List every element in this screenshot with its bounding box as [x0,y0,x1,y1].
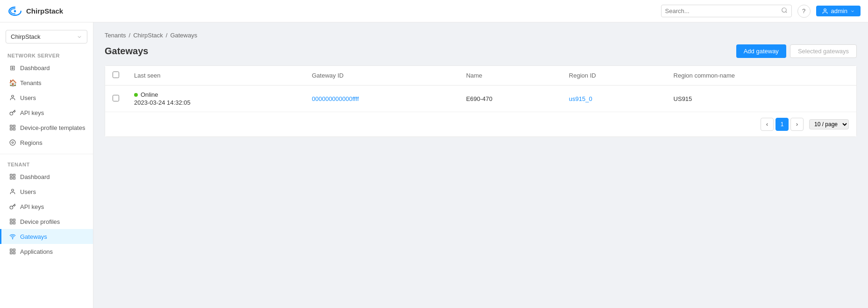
pagination: ‹ 1 › 10 / page [105,112,856,136]
svg-rect-8 [10,128,12,130]
status-cell: Online [134,91,297,98]
sidebar-item-ns-dashboard[interactable]: ⊞ Dashboard [0,60,93,75]
gateways-table: Last seen Gateway ID Name Region ID Regi… [105,66,856,112]
row-region-common-name: US915 [666,86,856,112]
navbar: ChirpStack ? admin [0,0,868,22]
svg-point-10 [12,142,14,143]
sidebar-item-label: Applications [20,248,53,255]
users-icon [9,188,16,195]
svg-point-16 [10,206,13,209]
chevron-down-icon [77,34,82,40]
help-button[interactable]: ? [797,5,811,18]
sidebar: ChirpStack Network Server ⊞ Dashboard 🏠 … [0,22,93,308]
sidebar-item-label: Dashboard [20,173,50,180]
search-input[interactable] [665,7,781,14]
svg-point-3 [12,95,14,98]
svg-point-15 [12,189,14,192]
row-region-id: us915_0 [562,86,666,112]
svg-point-4 [10,112,13,115]
svg-rect-24 [13,252,15,254]
sidebar-item-t-gateways[interactable]: Gateways [0,229,93,244]
page-size-select[interactable]: 10 / page [809,119,849,129]
sidebar-item-t-api-keys[interactable]: API keys [0,199,93,214]
table-row: Online 2023-03-24 14:32:05 000000000000f… [105,86,856,112]
navbar-right: ? admin [661,5,861,18]
svg-rect-20 [10,222,12,224]
sidebar-item-label: Device profiles [20,218,60,225]
api-keys-icon [9,109,16,116]
selected-gateways-button[interactable]: Selected gateways [790,44,857,58]
logo-text: ChirpStack [26,7,63,15]
table-header: Last seen Gateway ID Name Region ID Regi… [105,66,856,86]
sidebar-item-label: Tenants [20,79,42,86]
svg-point-9 [10,140,15,145]
sidebar-item-t-dashboard[interactable]: Dashboard [0,169,93,184]
breadcrumb-sep-1: / [129,32,131,39]
tenants-icon: 🏠 [9,79,16,86]
sidebar-item-label: API keys [20,109,44,116]
col-name: Name [459,66,562,86]
user-icon [822,8,828,14]
sidebar-item-ns-api-keys[interactable]: API keys [0,105,93,120]
row-checkbox[interactable] [113,95,119,101]
header-actions: Add gateway Selected gateways [736,44,857,58]
gateways-table-container: Last seen Gateway ID Name Region ID Regi… [105,65,857,137]
search-icon-button[interactable] [781,7,788,15]
tenant-section-label: Tenant [0,158,93,169]
regions-icon [9,139,16,146]
sidebar-item-label: Users [20,94,36,101]
breadcrumb-sep-2: / [166,32,168,39]
sidebar-item-ns-device-profile-templates[interactable]: Device-profile templates [0,120,93,135]
col-gateway-id: Gateway ID [304,66,458,86]
next-page-button[interactable]: › [790,118,804,131]
sidebar-item-label: Users [20,188,36,195]
select-all-col [105,66,127,86]
users-icon [9,94,16,101]
svg-rect-17 [10,219,12,221]
chevron-down-icon [850,9,855,14]
sidebar-item-t-device-profiles[interactable]: Device profiles [0,214,93,229]
svg-point-2 [824,8,826,11]
table-header-row: Last seen Gateway ID Name Region ID Regi… [105,66,856,86]
col-region-common-name: Region common-name [666,66,856,86]
sidebar-item-ns-tenants[interactable]: 🏠 Tenants [0,75,93,90]
svg-rect-7 [13,128,15,130]
gateway-id-link[interactable]: 000000000000ffff [312,95,359,102]
region-id-link[interactable]: us915_0 [569,95,592,102]
tenant-selector[interactable]: ChirpStack [6,30,87,43]
sidebar-item-label: API keys [20,203,44,210]
prev-page-button[interactable]: ‹ [761,118,774,131]
page-1-button[interactable]: 1 [776,118,789,131]
device-profile-templates-icon [9,124,16,131]
user-menu-button[interactable]: admin [816,6,861,16]
svg-rect-25 [10,252,12,254]
row-checkbox-cell [105,86,127,112]
select-all-checkbox[interactable] [113,72,119,78]
svg-rect-18 [13,219,15,221]
sidebar-item-label: Device-profile templates [20,124,85,131]
breadcrumb-tenants[interactable]: Tenants [105,32,126,39]
row-last-seen-time: Online 2023-03-24 14:32:05 [127,86,304,112]
status-dot-online [134,93,138,97]
sidebar-item-ns-regions[interactable]: Regions [0,135,93,150]
svg-rect-22 [10,249,12,251]
status-label: Online [141,91,158,98]
svg-rect-12 [13,174,15,176]
main-layout: ChirpStack Network Server ⊞ Dashboard 🏠 … [0,22,868,308]
breadcrumb-chirpstack[interactable]: ChirpStack [133,32,163,39]
svg-rect-14 [10,177,12,179]
sidebar-item-t-applications[interactable]: Applications [0,244,93,259]
device-profiles-icon [9,218,16,225]
main-content: Tenants / ChirpStack / Gateways Gateways… [93,22,868,308]
page-header: Gateways Add gateway Selected gateways [105,44,857,58]
logo-icon [7,6,22,17]
api-keys-icon [9,203,16,210]
add-gateway-button[interactable]: Add gateway [736,44,786,58]
sidebar-item-label: Gateways [20,233,47,240]
svg-rect-23 [13,249,15,251]
page-title: Gateways [105,46,148,57]
sidebar-divider [0,154,93,154]
table-body: Online 2023-03-24 14:32:05 000000000000f… [105,86,856,112]
sidebar-item-t-users[interactable]: Users [0,184,93,199]
sidebar-item-ns-users[interactable]: Users [0,90,93,105]
